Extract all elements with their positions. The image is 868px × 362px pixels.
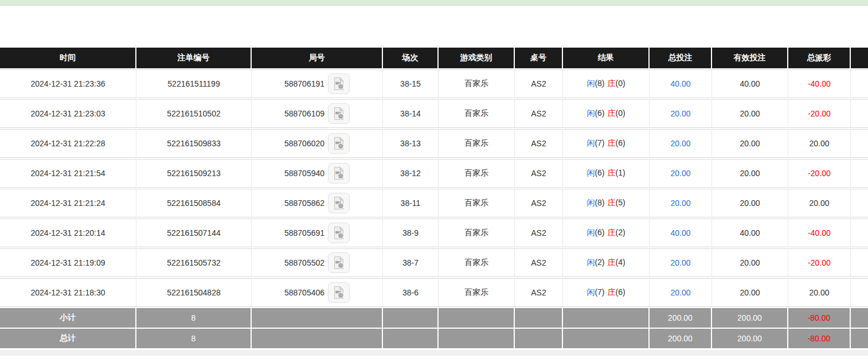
payout-cell: -40.00 xyxy=(788,219,851,247)
video-file-icon xyxy=(332,107,346,120)
valid-bet-cell: 20.00 xyxy=(712,159,788,188)
time-cell: 2024-12-31 21:21:24 xyxy=(0,189,136,217)
subtotal-empty-result xyxy=(563,308,650,328)
video-replay-button[interactable] xyxy=(328,282,350,303)
total-total-bet: 200.00 xyxy=(650,329,712,348)
banker-score: (6) xyxy=(616,287,625,297)
total-bet-cell: 20.00 xyxy=(650,189,712,217)
round-id: 588706109 xyxy=(284,109,324,118)
player-result: 闲 xyxy=(587,138,595,147)
subtotal-label: 小计 xyxy=(0,308,136,328)
video-replay-button[interactable] xyxy=(328,73,350,94)
col-header-total-bet: 总投注 xyxy=(650,48,712,68)
extra-cell xyxy=(851,69,868,98)
banker-score: (6) xyxy=(616,138,625,147)
round-id: 588705862 xyxy=(284,198,324,208)
video-replay-button[interactable] xyxy=(328,103,350,124)
table-no-cell: AS2 xyxy=(515,69,563,98)
video-replay-button[interactable] xyxy=(328,223,350,243)
total-bet-cell: 20.00 xyxy=(650,278,712,307)
total-label: 总计 xyxy=(0,329,136,348)
col-header-session: 场次 xyxy=(383,48,439,68)
session-cell: 38-13 xyxy=(383,129,439,158)
bet-id-cell: 522161504828 xyxy=(136,278,252,307)
round-cell: 588705862 xyxy=(252,189,383,217)
game-type-cell: 百家乐 xyxy=(439,189,515,217)
result-cell: 闲(8)庄(0) xyxy=(563,69,650,98)
subtotal-payout: -80.00 xyxy=(788,308,851,328)
result-cell: 闲(6)庄(0) xyxy=(563,99,650,128)
player-score: (6) xyxy=(595,108,604,118)
session-cell: 38-12 xyxy=(383,159,439,188)
player-result: 闲 xyxy=(587,198,595,207)
bet-id-cell: 522161507144 xyxy=(136,219,252,247)
subtotal-empty-round xyxy=(252,308,383,328)
banker-result: 庄 xyxy=(608,138,616,147)
total-bet-cell: 20.00 xyxy=(650,248,712,277)
time-cell: 2024-12-31 21:23:36 xyxy=(0,69,136,98)
subtotal-row: 小计 8 200.00 200.00 -80.00 xyxy=(0,308,868,328)
banker-result: 庄 xyxy=(608,287,616,297)
total-empty-round xyxy=(252,329,383,348)
player-result: 闲 xyxy=(587,79,595,88)
payout-cell: -40.00 xyxy=(788,69,851,98)
player-result: 闲 xyxy=(587,287,595,297)
bet-records-container: 时间 注单编号 局号 场次 游戏类别 桌号 结果 总投注 有效投注 总派彩 20… xyxy=(0,46,868,349)
col-header-game-type: 游戏类别 xyxy=(439,48,515,68)
table-row: 2024-12-31 21:21:24 522161508584 5887058… xyxy=(0,189,868,217)
subtotal-empty-table xyxy=(515,308,563,328)
col-header-bet-id: 注单编号 xyxy=(136,48,252,68)
payout-cell: 20.00 xyxy=(788,278,851,307)
player-result: 闲 xyxy=(587,168,595,177)
round-cell: 588706109 xyxy=(252,99,383,128)
total-empty-extra xyxy=(851,329,868,348)
result-cell: 闲(6)庄(1) xyxy=(563,159,650,188)
player-score: (6) xyxy=(595,228,604,237)
banker-score: (2) xyxy=(616,228,625,237)
table-no-cell: AS2 xyxy=(515,129,563,158)
payout-cell: 20.00 xyxy=(788,189,851,217)
banker-result: 庄 xyxy=(608,79,616,88)
video-replay-button[interactable] xyxy=(328,193,350,213)
banker-result: 庄 xyxy=(608,198,616,207)
total-bet-cell: 20.00 xyxy=(650,129,712,158)
time-cell: 2024-12-31 21:23:03 xyxy=(0,99,136,128)
table-row: 2024-12-31 21:18:30 522161504828 5887054… xyxy=(0,278,868,307)
video-replay-button[interactable] xyxy=(328,133,350,154)
round-id: 588705502 xyxy=(284,258,324,267)
video-file-icon xyxy=(332,166,346,180)
extra-cell xyxy=(851,219,868,247)
payout-cell: -20.00 xyxy=(788,248,851,277)
game-type-cell: 百家乐 xyxy=(439,69,515,98)
session-cell: 38-14 xyxy=(383,99,439,128)
total-empty-table xyxy=(515,329,563,348)
session-cell: 38-6 xyxy=(383,278,439,307)
video-replay-button[interactable] xyxy=(328,252,350,273)
table-no-cell: AS2 xyxy=(515,159,563,188)
total-payout: -80.00 xyxy=(788,329,851,348)
time-cell: 2024-12-31 21:21:54 xyxy=(0,159,136,188)
player-result: 闲 xyxy=(587,228,595,237)
video-file-icon xyxy=(332,77,346,91)
banker-score: (1) xyxy=(616,168,625,177)
banker-score: (4) xyxy=(616,258,625,267)
table-row: 2024-12-31 21:21:54 522161509213 5887059… xyxy=(0,159,868,188)
result-cell: 闲(6)庄(2) xyxy=(563,219,650,247)
total-empty-result xyxy=(563,329,650,348)
time-cell: 2024-12-31 21:22:28 xyxy=(0,129,136,158)
time-cell: 2024-12-31 21:19:09 xyxy=(0,248,136,277)
table-no-cell: AS2 xyxy=(515,219,563,247)
subtotal-empty-session xyxy=(383,308,439,328)
video-replay-button[interactable] xyxy=(328,163,350,184)
bet-id-cell: 522161511199 xyxy=(136,69,252,98)
player-score: (2) xyxy=(595,258,604,267)
time-cell: 2024-12-31 21:18:30 xyxy=(0,278,136,307)
table-row: 2024-12-31 21:22:28 522161509833 5887060… xyxy=(0,129,868,158)
top-green-bar xyxy=(0,0,868,6)
total-bet-cell: 40.00 xyxy=(650,219,712,247)
banker-result: 庄 xyxy=(608,168,616,177)
result-cell: 闲(7)庄(6) xyxy=(563,129,650,158)
banker-result: 庄 xyxy=(608,108,616,118)
game-type-cell: 百家乐 xyxy=(439,129,515,158)
table-no-cell: AS2 xyxy=(515,189,563,217)
